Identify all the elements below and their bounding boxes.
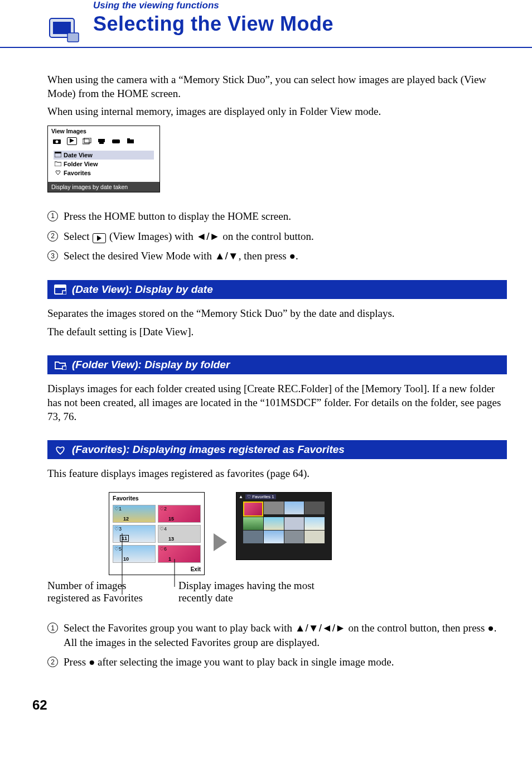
mock-item-date: Date View [54,151,154,160]
svg-rect-11 [127,139,134,143]
favorites-figure: Favorites ♡112 ♡215 ♡311 ♡413 ♡510 ♡61 E… [109,492,507,575]
svg-rect-7 [84,138,91,143]
folder-icon [54,360,66,370]
calendar-icon [54,285,66,295]
intro-text-2: When using internal memory, images are d… [47,105,507,119]
fav-step-2: Press ● after selecting the image you wa… [64,655,507,669]
svg-rect-14 [55,152,61,153]
fav-step-1: Select the Favorites group you want to p… [64,621,507,649]
favorites-preview-mock: ▲♡ Favorites 1 [236,492,332,560]
heading-folder-view: (Folder View): Display by folder [47,355,507,374]
heading-date-view: (Date View): Display by date [47,280,507,299]
page-number: 62 [32,697,507,713]
intro-text-1: When using the camera with a “Memory Sti… [47,73,507,100]
steps-favorites: 1 Select the Favorites group you want to… [47,621,507,669]
step-2: Select (View Images) with ◄/► on the con… [64,229,507,244]
step-3: Select the desired View Mode with ▲/▼, t… [64,249,507,263]
svg-rect-12 [127,138,130,140]
favorites-body: This feature displays images registered … [47,467,507,481]
mock-title: View Images [48,126,159,136]
steps-primary: 1Press the HOME button to display the HO… [47,209,507,263]
svg-rect-17 [62,291,66,295]
section-topic: Using the viewing functions [93,0,532,11]
heart-icon [54,444,66,455]
settings-icon [126,138,135,144]
camera-icon [52,138,61,144]
play-icon [67,137,77,145]
mock-item-folder: Folder View [54,160,154,168]
svg-rect-6 [83,139,89,144]
mock-footer: Display images by date taken [48,182,159,192]
section-icon [45,14,84,47]
playback-icon [93,233,106,243]
slideshow-icon [83,138,91,144]
step-1: Press the HOME button to display the HOM… [64,209,507,224]
svg-rect-18 [62,366,66,370]
callout-count: Number of images registered as Favorites [47,580,156,604]
figure-callouts: Number of images registered as Favorites… [47,580,507,604]
arrow-right-icon [214,533,227,551]
page-title: Selecting the View Mode [93,12,532,36]
svg-rect-16 [55,285,66,288]
callout-recent: Display images having the most recently … [178,580,340,604]
svg-rect-9 [99,142,104,144]
memory-icon [112,138,120,144]
svg-rect-2 [67,33,79,42]
date-body-1: Separates the images stored on the “Memo… [47,307,507,321]
home-screen-mock: View Images Date View Folder View Favori… [47,126,160,192]
svg-rect-1 [53,22,71,34]
svg-rect-10 [112,139,120,143]
svg-point-4 [56,141,59,143]
date-body-2: The default setting is [Date View]. [47,325,507,339]
mock-item-favorites: Favorites [54,168,154,177]
print-icon [97,138,106,144]
page-header: Using the viewing functions Selecting th… [0,0,532,48]
svg-marker-5 [70,138,74,143]
folder-body: Displays images for each folder created … [47,382,507,423]
heading-favorites: (Favorites): Displaying images registere… [47,440,507,459]
